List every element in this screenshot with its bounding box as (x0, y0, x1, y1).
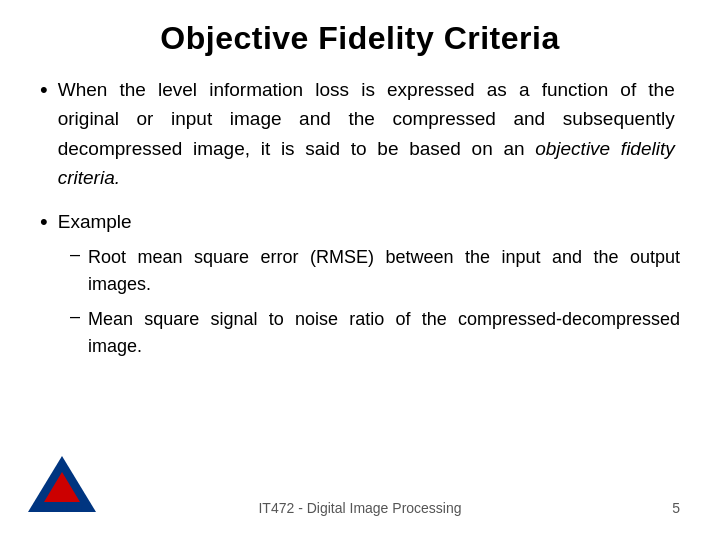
sub-dash-2: – (70, 306, 80, 327)
bullet-dot-1: • (40, 77, 48, 103)
footer-label: IT472 - Digital Image Processing (258, 500, 461, 516)
footer-page: 5 (672, 500, 680, 516)
sub-bullet-item-1: – Root mean square error (RMSE) between … (70, 244, 680, 298)
sub-bullets: – Root mean square error (RMSE) between … (70, 244, 680, 368)
logo-text: DA–IICT (28, 503, 96, 514)
sub-text-1: Root mean square error (RMSE) between th… (88, 244, 680, 298)
logo-triangle-inner (44, 472, 80, 502)
logo: DA–IICT (28, 456, 96, 512)
sub-bullet-item-2: – Mean square signal to noise ratio of t… (70, 306, 680, 360)
sub-text-2: Mean square signal to noise ratio of the… (88, 306, 680, 360)
slide-title: Objective Fidelity Criteria (40, 20, 680, 57)
bullet-dot-2: • (40, 209, 48, 235)
slide-footer: IT472 - Digital Image Processing 5 (40, 492, 680, 520)
slide-container: Objective Fidelity Criteria • When the l… (0, 0, 720, 540)
sub-dash-1: – (70, 244, 80, 265)
bullet-section: • When the level information loss is exp… (40, 75, 680, 492)
bullet-text-1: When the level information loss is expre… (58, 75, 680, 193)
bullet-item-2: • Example – Root mean square error (RMSE… (40, 207, 680, 368)
bullet-text-2: Example (58, 207, 132, 236)
bullet-item-1: • When the level information loss is exp… (40, 75, 680, 193)
